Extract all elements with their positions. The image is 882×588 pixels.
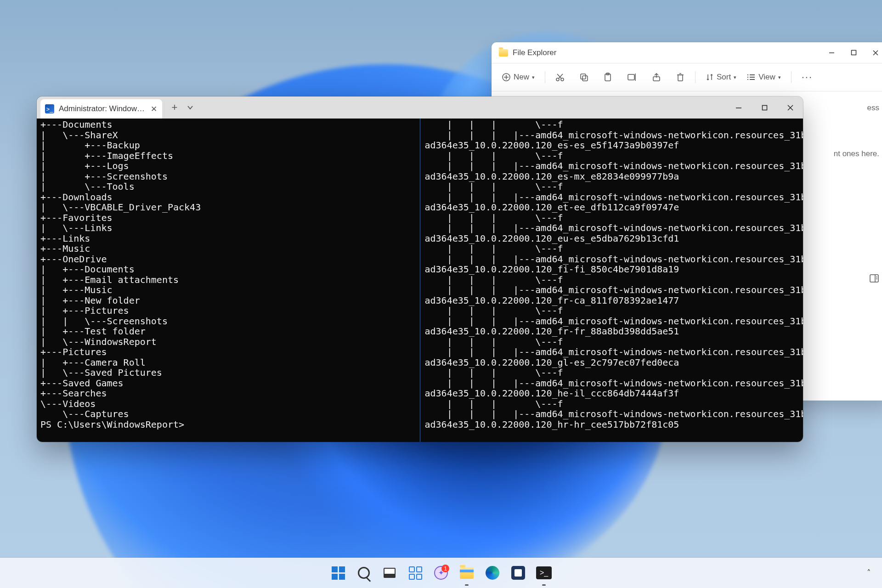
file-explorer-button[interactable] bbox=[457, 563, 477, 583]
svg-rect-1 bbox=[851, 51, 856, 55]
folder-icon bbox=[499, 49, 508, 57]
terminal-tab[interactable]: >_ Administrator: Windows PowerS ✕ bbox=[40, 99, 162, 119]
partial-text: ess bbox=[867, 103, 879, 113]
cut-icon[interactable] bbox=[553, 71, 567, 84]
view-icon bbox=[746, 74, 756, 81]
maximize-button[interactable] bbox=[752, 96, 777, 119]
powershell-icon: >_ bbox=[45, 104, 54, 113]
copy-icon[interactable] bbox=[577, 71, 591, 84]
new-button[interactable]: New ▾ bbox=[499, 71, 537, 84]
svg-rect-27 bbox=[870, 275, 878, 282]
task-view-icon bbox=[384, 568, 396, 578]
divider bbox=[791, 71, 792, 83]
details-pane-icon[interactable] bbox=[869, 273, 879, 283]
plus-circle-icon bbox=[502, 73, 511, 82]
chevron-down-icon: ▾ bbox=[778, 75, 781, 80]
view-button[interactable]: View ▾ bbox=[744, 71, 784, 84]
taskbar[interactable]: ✦1 >_ ˄ bbox=[0, 558, 882, 588]
delete-icon[interactable] bbox=[673, 70, 688, 84]
close-button[interactable] bbox=[865, 44, 882, 62]
search-button[interactable] bbox=[354, 563, 374, 583]
sort-button[interactable]: Sort ▾ bbox=[703, 71, 739, 84]
store-icon bbox=[511, 566, 525, 580]
terminal-body: +---Documents | \---ShareX | +---Backup … bbox=[37, 119, 803, 442]
explorer-title: File Explorer bbox=[513, 48, 556, 57]
start-button[interactable] bbox=[328, 563, 348, 583]
widgets-button[interactable] bbox=[405, 563, 425, 583]
edge-button[interactable] bbox=[482, 563, 503, 583]
new-tab-button[interactable]: + bbox=[167, 100, 182, 115]
chat-button[interactable]: ✦1 bbox=[431, 563, 451, 583]
terminal-titlebar[interactable]: >_ Administrator: Windows PowerS ✕ + bbox=[37, 96, 803, 119]
chevron-down-icon: ▾ bbox=[532, 75, 535, 80]
divider bbox=[545, 71, 545, 83]
search-icon bbox=[358, 567, 370, 579]
sort-label: Sort bbox=[717, 73, 731, 82]
divider bbox=[695, 71, 695, 83]
close-button[interactable] bbox=[777, 96, 803, 119]
file-explorer-icon bbox=[460, 567, 474, 579]
partial-text: nt ones here. bbox=[834, 149, 879, 158]
svg-rect-11 bbox=[581, 74, 586, 79]
chat-icon: ✦1 bbox=[434, 566, 448, 580]
edge-icon bbox=[486, 566, 499, 580]
windows-logo-icon bbox=[332, 566, 345, 580]
tab-dropdown-button[interactable] bbox=[182, 100, 198, 115]
rename-icon[interactable] bbox=[624, 71, 640, 84]
explorer-toolbar: New ▾ bbox=[492, 63, 882, 91]
terminal-icon: >_ bbox=[536, 566, 552, 579]
svg-rect-32 bbox=[762, 105, 767, 110]
tab-title: Administrator: Windows PowerS bbox=[59, 104, 146, 113]
terminal-pane-right[interactable]: | | | \---f | | | |---amd64_microsoft-wi… bbox=[421, 119, 803, 442]
explorer-titlebar[interactable]: File Explorer bbox=[492, 42, 882, 63]
minimize-button[interactable] bbox=[726, 96, 752, 119]
maximize-button[interactable] bbox=[842, 44, 865, 62]
tab-close-icon[interactable]: ✕ bbox=[151, 104, 157, 114]
store-button[interactable] bbox=[508, 563, 528, 583]
system-tray[interactable]: ˄ bbox=[867, 568, 871, 578]
pane-splitter[interactable] bbox=[419, 119, 421, 442]
svg-rect-15 bbox=[628, 74, 634, 80]
svg-rect-12 bbox=[582, 76, 588, 81]
terminal-pane-left[interactable]: +---Documents | \---ShareX | +---Backup … bbox=[37, 119, 419, 442]
taskbar-tray: ✦1 >_ bbox=[328, 563, 554, 583]
new-label: New bbox=[514, 73, 529, 82]
task-view-button[interactable] bbox=[379, 563, 400, 583]
widgets-icon bbox=[409, 566, 422, 580]
svg-rect-18 bbox=[678, 75, 683, 81]
share-icon[interactable] bbox=[649, 71, 664, 84]
view-label: View bbox=[758, 73, 775, 82]
windows-terminal-window[interactable]: >_ Administrator: Windows PowerS ✕ + +--… bbox=[37, 96, 803, 442]
terminal-button[interactable]: >_ bbox=[534, 563, 554, 583]
chevron-down-icon: ▾ bbox=[734, 75, 736, 80]
notification-badge: 1 bbox=[441, 565, 449, 572]
more-button[interactable]: ··· bbox=[799, 69, 815, 85]
chevron-up-icon[interactable]: ˄ bbox=[867, 568, 871, 578]
minimize-button[interactable] bbox=[820, 44, 842, 62]
paste-icon[interactable] bbox=[600, 70, 615, 84]
sort-icon bbox=[706, 73, 714, 81]
